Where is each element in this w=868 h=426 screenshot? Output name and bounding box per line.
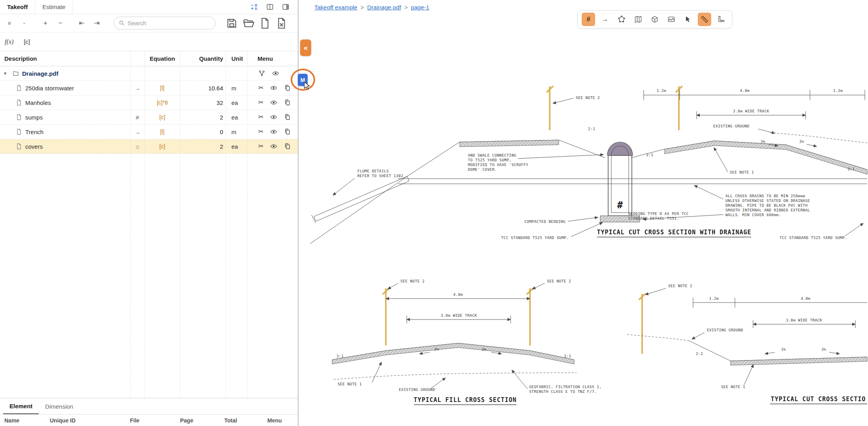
equation-value[interactable]: [l] [145,129,180,135]
count-tool[interactable]: # [582,13,595,26]
duplicate-icon[interactable] [284,128,291,135]
line-tool[interactable]: → [598,13,612,26]
area-tool[interactable] [665,13,678,26]
table-row[interactable]: 250dia stormwater → [l] 10.64 m ✂ [0,81,298,95]
angle-tool[interactable] [714,13,728,26]
remove-item-icon[interactable]: − [54,17,66,29]
outdent-icon[interactable]: ⇤ [76,17,88,29]
drawing-label: SEE NOTE 2 [576,95,600,100]
expand-row-icon[interactable]: ‹ [18,17,30,29]
item-name: Manholes [25,99,51,106]
svg-text:AND SWALE CONNECTING: AND SWALE CONNECTING [468,153,516,157]
breadcrumb-project[interactable]: Takeoff example [314,4,357,11]
visibility-icon[interactable] [270,99,277,106]
cut-icon[interactable]: ✂ [258,114,263,120]
svg-text:TO T525 YARD SUMP,: TO T525 YARD SUMP, [468,158,511,162]
measure-tool[interactable] [698,13,711,26]
breadcrumb-file[interactable]: Drainage.pdf [367,4,401,11]
item-name: sumps [25,114,43,121]
cut-icon[interactable]: ✂ [258,143,263,149]
note-geofabric: GEOFABRIC, FILTRATION CLASS 1, STRENGTH … [512,370,602,394]
table-row-selected[interactable]: covers ⌂ [c] 2 ea ✂ [0,139,298,154]
header-equation: Equation [145,55,180,62]
dim-label: 1.2m [709,296,719,301]
equation-value[interactable]: [c] [145,143,180,149]
document-icon [16,114,22,120]
note-bedding-type: BEDDING TYPE D AS PER TCC STANDARD DETAI… [628,211,689,220]
item-name: 250dia stormwater [25,85,74,92]
delete-sheet-icon[interactable] [276,17,287,29]
collapse-panel-button[interactable]: « [300,39,311,56]
pages-tool[interactable] [631,13,645,26]
measure-mode-badge[interactable]: M [298,74,308,86]
cut-icon[interactable]: ✂ [258,99,263,106]
svg-text:STRENGTH CLASS E TO TNZ F/7.: STRENGTH CLASS E TO TNZ F/7. [529,389,597,394]
duplicate-icon[interactable] [284,143,291,150]
duplicate-icon[interactable] [284,99,291,106]
polygon-tool[interactable] [615,13,628,26]
duplicate-icon[interactable] [284,84,291,92]
visibility-icon[interactable] [272,70,279,77]
open-folder-icon[interactable] [242,17,254,29]
dim-label: 1.2m [657,88,666,93]
measure-type-icon: ⌂ [130,143,145,150]
dim-label: 4.0m [453,292,463,297]
link-elements-icon[interactable] [258,70,265,77]
header-description: Description [0,55,130,62]
table-row[interactable]: Manholes [c]*8 32 ea ✂ [0,95,298,110]
calculator-icon[interactable] [248,1,260,13]
panel-tab-bar: Takeoff Estimate [0,0,298,14]
visibility-icon[interactable] [270,143,277,150]
search-box[interactable] [114,17,216,30]
unit-value: ea [225,99,247,106]
new-sheet-icon[interactable] [259,17,271,29]
tab-dimension[interactable]: Dimension [39,398,79,414]
select-tool[interactable] [681,13,695,26]
tab-estimate[interactable]: Estimate [35,0,73,14]
table-row[interactable]: sumps # [c] 2 ea ✂ [0,110,298,125]
side-panel-icon[interactable] [280,1,291,13]
tab-element[interactable]: Element [3,398,39,414]
model-tool[interactable] [648,13,661,26]
drawing-label: TCC STANDARD T525 YARD SUMP. [780,235,847,240]
note-flume: FLUME DETAILS REFER TO SHEET 1302 [333,169,403,195]
chevron-down-icon[interactable]: ▾ [4,71,9,76]
equation-value[interactable]: [l] [145,85,180,91]
cut-icon[interactable]: ✂ [258,129,263,135]
cut-icon[interactable]: ✂ [258,85,263,91]
breadcrumb-page[interactable]: page-1 [411,4,429,11]
visibility-icon[interactable] [270,84,277,92]
visibility-icon[interactable] [270,128,277,135]
document-icon [16,129,22,135]
header-name: Name [4,417,19,424]
properties-panel: Element Dimension Name Unique ID File Pa… [0,398,298,426]
drawing-label: COMPACTED BEDDING [524,219,566,224]
measure-type-icon: → [130,85,145,92]
svg-text:WALLS. MIN COVER 600mm.: WALLS. MIN COVER 600mm. [725,213,781,217]
section-title: TYPICAL CUT CROSS SECTION WITH DRAINAGE [597,229,751,236]
duplicate-icon[interactable] [284,114,291,121]
split-view-icon[interactable] [264,1,276,13]
slope-label: 3% [821,347,826,351]
drawing-label: EXISTING GROUND [707,328,743,332]
formula-value[interactable]: [c] [24,38,30,45]
equation-value[interactable]: [c]*8 [145,99,180,106]
svg-text:SMOOTH INTERNAL AND RIBBED EXT: SMOOTH INTERNAL AND RIBBED EXTERNAL [725,208,810,212]
indent-icon[interactable]: ⇥ [91,17,103,29]
visibility-icon[interactable] [270,114,277,121]
takeoff-panel: Takeoff Estimate [0,0,299,426]
table-row-group[interactable]: ▾ Drainage.pdf [0,66,298,81]
add-item-icon[interactable]: + [39,17,51,29]
equation-value[interactable]: [c] [145,114,180,120]
slope-label: 3% [799,139,804,144]
save-icon[interactable] [226,17,238,29]
header-menu: Menu [247,55,298,62]
pdf-canvas[interactable]: # 1.2m 4.0m 1.2m 3.0m WIDE TRACK [299,0,868,426]
unit-value: ea [225,143,247,150]
svg-text:MODIFIED TO HAVE 'SCRUFFY: MODIFIED TO HAVE 'SCRUFFY [468,163,528,167]
table-row[interactable]: Trench → [l] 0 m ✂ [0,125,298,139]
tab-takeoff[interactable]: Takeoff [0,0,35,14]
search-input[interactable] [128,20,210,26]
dim-label: 3.0m WIDE TRACK [733,109,769,113]
collapse-all-icon[interactable]: « [3,17,15,29]
